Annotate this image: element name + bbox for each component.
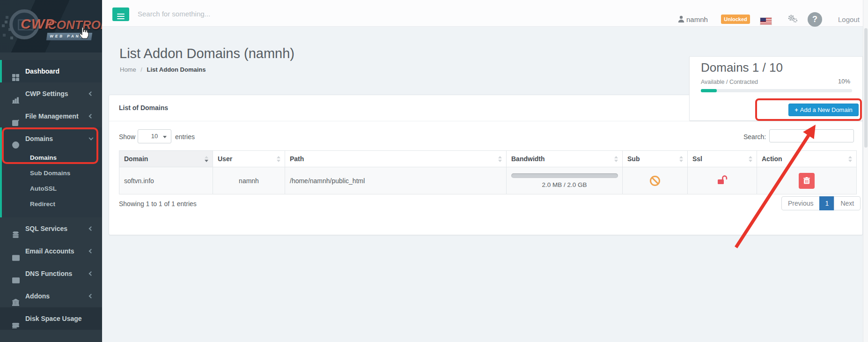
column-header-label: Bandwidth: [511, 155, 545, 163]
show-label: Show: [119, 133, 135, 141]
page-size-select[interactable]: 10: [138, 129, 171, 143]
breadcrumb-home-link[interactable]: Home: [120, 66, 136, 73]
sidebar-item-disk-space-usage[interactable]: Disk Space Usage: [0, 307, 102, 330]
sidebar-group-domains: Domains Domains Sub Domains AutoSSL Redi…: [0, 127, 102, 217]
sidebar-item-partial-bottom[interactable]: [0, 330, 102, 342]
edit-icon: [12, 112, 20, 120]
column-header-label: Path: [290, 155, 304, 163]
logo-pixels-decor: [5, 21, 7, 23]
sidebar-item-label: SQL Services: [25, 217, 67, 240]
logout-button[interactable]: Logout: [838, 15, 860, 23]
sidebar-item-label: Domains: [25, 127, 53, 150]
column-header-action[interactable]: Action: [757, 151, 857, 167]
globe-icon: [12, 135, 20, 142]
plus-icon: +: [794, 106, 798, 113]
sidebar-subitem-redirect[interactable]: Redirect: [2, 196, 102, 212]
sidebar-item-dns-functions[interactable]: DNS Functions: [0, 262, 102, 285]
sidebar-item-addons[interactable]: Addons: [0, 285, 102, 307]
page-size-value: 10: [151, 133, 158, 140]
sort-icon: [277, 156, 281, 162]
cell-bandwidth: 2.0 MB / 2.0 GB: [507, 167, 623, 194]
breadcrumb-separator: /: [140, 66, 142, 73]
column-header-domain[interactable]: Domain: [119, 151, 213, 167]
hamburger-menu-button[interactable]: [112, 7, 129, 21]
sidebar-subitem-label: Sub Domains: [30, 170, 70, 177]
pagination-previous-button[interactable]: Previous: [781, 196, 820, 210]
chevron-left-icon: [89, 226, 94, 231]
language-flag-us-icon[interactable]: [760, 17, 772, 25]
stats-progress-fill: [701, 89, 717, 92]
stats-subtitle: Available / Contracted: [701, 79, 758, 85]
ban-icon: [650, 176, 660, 186]
page-scrollbar: [863, 0, 868, 342]
column-header-ssl[interactable]: Ssl: [688, 151, 757, 167]
column-header-label: Action: [762, 155, 782, 163]
panel-title: List of Domains: [119, 95, 168, 121]
cell-action: [757, 167, 857, 194]
bars-icon: [12, 337, 20, 342]
column-header-label: Sub: [627, 155, 640, 163]
cell-path: /home/namnh/public_html: [285, 167, 507, 194]
username-label: namnh: [686, 15, 708, 23]
column-header-path[interactable]: Path: [285, 151, 507, 167]
column-header-user[interactable]: User: [213, 151, 285, 167]
pagination-page-1[interactable]: 1: [819, 196, 834, 210]
top-navbar: namnh Unlocked ? Logout: [102, 0, 868, 27]
trash-icon: [803, 178, 810, 186]
sidebar-item-dashboard[interactable]: Dashboard: [0, 60, 102, 82]
global-search-input[interactable]: [138, 8, 339, 19]
table-search-label: Search:: [743, 133, 766, 141]
table-row: softvn.info namnh /home/namnh/public_htm…: [119, 167, 857, 194]
sort-icon: [205, 156, 209, 162]
chevron-left-icon: [89, 294, 94, 298]
scrollbar-thumb[interactable]: [864, 28, 868, 148]
user-menu[interactable]: namnh: [678, 15, 684, 24]
envelope-icon: [12, 247, 20, 255]
unlock-icon: [717, 179, 728, 186]
sidebar-item-label: Dashboard: [25, 60, 59, 82]
chevron-left-icon: [89, 249, 94, 253]
table-search-input[interactable]: [769, 129, 854, 142]
sidebar-item-label: Addons: [25, 285, 50, 307]
pagination-next-button[interactable]: Next: [834, 196, 861, 210]
cell-domain: softvn.info: [119, 167, 213, 194]
sidebar-item-cwp-settings[interactable]: CWP Settings: [0, 82, 102, 105]
settings-gears-icon[interactable]: [787, 14, 798, 25]
sidebar-subitem-domains[interactable]: Domains: [2, 150, 102, 165]
domains-stats-card: Domains 1 / 10 Available / Contracted 10…: [689, 56, 863, 121]
delete-domain-button[interactable]: [799, 173, 815, 189]
sidebar-subitem-sub-domains[interactable]: Sub Domains: [2, 165, 102, 181]
chart-icon: [12, 90, 20, 97]
page-title: List Addon Domains (namnh): [119, 46, 294, 61]
sidebar-item-label: Disk Space Usage: [25, 307, 82, 330]
sort-icon: [679, 156, 684, 162]
bandwidth-progress-bar: [511, 173, 618, 178]
add-new-domain-button[interactable]: +Add a New Domain: [788, 104, 859, 116]
unlocked-badge[interactable]: Unlocked: [721, 15, 750, 24]
pagination: Previous1Next: [781, 196, 861, 210]
sidebar-subitem-label: Redirect: [30, 201, 55, 208]
column-header-bandwidth[interactable]: Bandwidth: [507, 151, 623, 167]
mouse-hand-cursor: [79, 26, 90, 41]
chevron-left-icon: [89, 271, 94, 276]
column-header-label: User: [218, 155, 232, 163]
sidebar-item-email-accounts[interactable]: Email Accounts: [0, 240, 102, 262]
cwp-user-panel: CONTROL CWP WEB PANEL Dashboard CWP Sett…: [0, 0, 868, 342]
sidebar-item-label: File Management: [25, 105, 79, 127]
sidebar-item-domains[interactable]: Domains: [2, 127, 102, 150]
main-content: List Addon Domains (namnh) Home / List A…: [102, 27, 863, 342]
breadcrumb-current: List Addon Domains: [147, 66, 206, 73]
help-icon[interactable]: ?: [808, 12, 822, 27]
column-header-sub[interactable]: Sub: [623, 151, 688, 167]
harddrive-icon: [12, 315, 20, 322]
column-header-label: Domain: [124, 155, 148, 163]
stats-percent: 10%: [838, 78, 850, 85]
sidebar-item-label: DNS Functions: [25, 262, 72, 285]
sidebar-item-sql-services[interactable]: SQL Services: [0, 217, 102, 240]
sidebar-subitem-autossl[interactable]: AutoSSL: [2, 181, 102, 196]
chevron-left-icon: [89, 114, 94, 119]
database-icon: [12, 225, 20, 232]
sidebar-item-file-management[interactable]: File Management: [0, 105, 102, 127]
sort-icon: [848, 156, 853, 162]
sidebar: CONTROL CWP WEB PANEL Dashboard CWP Sett…: [0, 0, 102, 342]
